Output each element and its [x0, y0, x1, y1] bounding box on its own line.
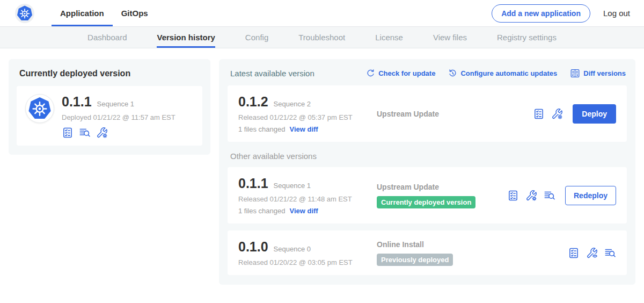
files-changed-label: 1 files changed: [238, 207, 285, 215]
view-diff-link[interactable]: View diff: [289, 207, 318, 215]
tab-config[interactable]: Config: [245, 27, 268, 48]
deployed-version-number: 0.1.1: [62, 94, 92, 110]
tab-troubleshoot[interactable]: Troubleshoot: [298, 27, 345, 48]
main-content: Currently deployed version 0.1.1 Sequenc…: [0, 48, 644, 295]
version-card-0-1-1: 0.1.1 Sequence 1 Released 01/21/22 @ 11:…: [228, 167, 627, 223]
logout-button[interactable]: Log out: [603, 9, 630, 18]
tab-license[interactable]: License: [375, 27, 403, 48]
view-diff-link[interactable]: View diff: [289, 125, 318, 133]
version-actions: Check for update Configure automatic upd…: [366, 68, 626, 78]
sequence-label: Sequence 0: [274, 245, 311, 253]
add-application-button[interactable]: Add a new application: [492, 4, 590, 23]
version-source-label: Upstream Update: [377, 183, 507, 191]
preflight-checks-icon[interactable]: [62, 127, 74, 139]
deploy-logs-icon[interactable]: [604, 247, 616, 259]
tab-registry-settings[interactable]: Registry settings: [497, 27, 557, 48]
currently-deployed-badge: Currently deployed version: [377, 196, 475, 208]
currently-deployed-panel: Currently deployed version 0.1.1 Sequenc…: [9, 59, 210, 155]
deployed-sequence-label: Sequence 1: [97, 100, 134, 108]
released-timestamp: Released 01/20/22 @ 03:05 pm EST: [238, 258, 377, 266]
version-source-label: Upstream Update: [377, 110, 533, 118]
app-logo-icon: [25, 94, 54, 123]
released-timestamp: Released 01/21/22 @ 11:48 am EST: [238, 195, 377, 203]
edit-config-icon[interactable]: [551, 108, 563, 120]
tab-dashboard[interactable]: Dashboard: [87, 27, 127, 48]
topnav-right: Add a new application Log out: [492, 4, 630, 23]
tab-version-history[interactable]: Version history: [157, 27, 215, 48]
version-card-0-1-0: 0.1.0 Sequence 0 Released 01/20/22 @ 03:…: [228, 230, 627, 275]
version-number: 0.1.1: [238, 176, 268, 191]
preflight-checks-icon[interactable]: [533, 108, 545, 120]
sequence-label: Sequence 2: [274, 100, 311, 108]
deploy-logs-icon[interactable]: [79, 127, 91, 139]
view-config-icon[interactable]: [586, 247, 598, 259]
edit-config-icon[interactable]: [96, 127, 108, 139]
topnav-tabs: Application GitOps: [52, 0, 157, 26]
currently-deployed-card: 0.1.1 Sequence 1 Deployed 01/21/22 @ 11:…: [17, 86, 202, 146]
edit-config-icon[interactable]: [525, 190, 537, 201]
latest-version-title: Latest available version: [230, 69, 314, 78]
tab-gitops[interactable]: GitOps: [113, 0, 157, 26]
tab-view-files[interactable]: View files: [433, 27, 467, 48]
version-card-0-1-2: 0.1.2 Sequence 2 Released 01/21/22 @ 05:…: [228, 85, 627, 142]
refresh-icon: [366, 69, 375, 78]
app-sub-nav: Dashboard Version history Config Trouble…: [0, 26, 644, 48]
latest-version-header: Latest available version Check for updat…: [230, 68, 626, 78]
check-for-update-link[interactable]: Check for update: [366, 69, 435, 78]
deployed-timestamp: Deployed 01/21/22 @ 11:57 am EST: [62, 113, 175, 121]
tab-application[interactable]: Application: [52, 0, 113, 26]
released-timestamp: Released 01/21/22 @ 05:37 pm EST: [238, 113, 377, 121]
kubernetes-logo-icon: [15, 4, 34, 23]
files-changed-label: 1 files changed: [238, 125, 285, 133]
diff-icon: [570, 68, 580, 78]
clock-refresh-icon: [448, 69, 457, 78]
deploy-logs-icon[interactable]: [544, 190, 555, 201]
top-nav: Application GitOps Add a new application…: [0, 0, 644, 26]
sequence-label: Sequence 1: [274, 182, 311, 190]
version-number: 0.1.2: [238, 94, 268, 110]
configure-automatic-updates-link[interactable]: Configure automatic updates: [448, 69, 557, 78]
previously-deployed-badge: Previously deployed: [377, 254, 453, 266]
currently-deployed-title: Currently deployed version: [19, 69, 202, 78]
redeploy-button[interactable]: Redeploy: [565, 186, 616, 205]
preflight-checks-icon[interactable]: [568, 247, 580, 259]
other-versions-title: Other available versions: [230, 152, 627, 161]
preflight-checks-icon[interactable]: [507, 190, 519, 201]
diff-versions-link[interactable]: Diff versions: [570, 68, 626, 78]
deploy-button[interactable]: Deploy: [573, 104, 616, 124]
version-number: 0.1.0: [238, 239, 268, 255]
version-source-label: Online Install: [377, 240, 568, 249]
available-versions-panel: Latest available version Check for updat…: [219, 59, 635, 285]
